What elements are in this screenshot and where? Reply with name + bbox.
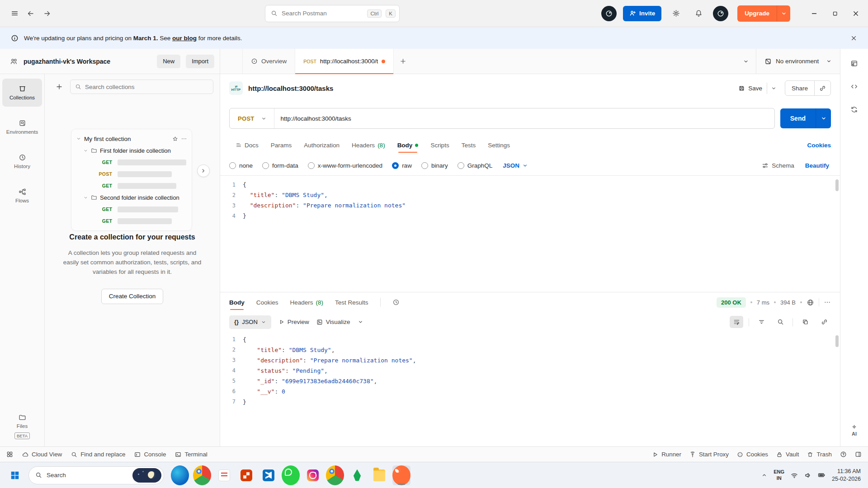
body-type-x-www-form-urlencoded[interactable]: x-www-form-urlencoded bbox=[308, 162, 382, 169]
copy-link-icon[interactable] bbox=[814, 81, 830, 95]
request-tab-body[interactable]: Body bbox=[397, 135, 419, 155]
user-avatar[interactable] bbox=[713, 6, 728, 21]
status-vault[interactable]: Vault bbox=[776, 451, 799, 458]
tab-list-chevron-icon[interactable] bbox=[736, 49, 756, 74]
menu-icon[interactable] bbox=[6, 5, 23, 22]
collections-search-input[interactable] bbox=[85, 84, 208, 90]
taskbar-app-edge-icon[interactable] bbox=[171, 465, 189, 485]
variables-icon[interactable] bbox=[850, 60, 858, 67]
filter-icon[interactable] bbox=[755, 316, 768, 328]
share-button[interactable]: Share bbox=[785, 81, 814, 95]
body-type-raw[interactable]: raw bbox=[392, 162, 412, 169]
status-trash[interactable]: Trash bbox=[807, 451, 832, 458]
taskbar-app-instagram-icon[interactable] bbox=[304, 465, 322, 485]
upgrade-button[interactable]: Upgrade bbox=[737, 5, 777, 22]
battery-icon[interactable] bbox=[818, 471, 826, 479]
body-type-none[interactable]: none bbox=[229, 162, 253, 169]
status-cloud-view[interactable]: Cloud View bbox=[22, 451, 62, 458]
response-link-icon[interactable] bbox=[817, 316, 831, 328]
back-icon[interactable] bbox=[23, 5, 39, 22]
request-tab-scripts[interactable]: Scripts bbox=[430, 135, 449, 155]
status-console[interactable]: Console bbox=[134, 451, 166, 458]
response-time[interactable]: 7 ms bbox=[757, 299, 769, 306]
rail-item-flows[interactable]: Flows bbox=[2, 182, 42, 210]
status-runner[interactable]: Runner bbox=[652, 451, 681, 458]
response-size[interactable]: 394 B bbox=[780, 299, 796, 306]
rail-item-files[interactable]: Files BETA bbox=[2, 412, 42, 440]
request-row[interactable]: GET bbox=[71, 203, 192, 215]
request-row[interactable]: GET bbox=[71, 156, 192, 168]
collection-row[interactable]: My first collection bbox=[71, 133, 192, 145]
schema-button[interactable]: Schema bbox=[762, 162, 794, 169]
taskbar-app-chrome-2-icon[interactable] bbox=[326, 465, 344, 485]
status-badge[interactable]: 200 OK bbox=[717, 297, 746, 308]
import-button[interactable]: Import bbox=[186, 55, 214, 68]
copy-response-icon[interactable] bbox=[798, 316, 812, 328]
body-type-graphql[interactable]: GraphQL bbox=[458, 162, 493, 169]
response-history-icon[interactable] bbox=[392, 299, 400, 306]
body-type-form-data[interactable]: form-data bbox=[262, 162, 298, 169]
method-dropdown[interactable]: POST bbox=[230, 108, 274, 128]
minimize-button[interactable] bbox=[804, 0, 825, 27]
toolbar-chevron-icon[interactable] bbox=[358, 319, 363, 325]
body-type-binary[interactable]: binary bbox=[421, 162, 448, 169]
code-icon[interactable] bbox=[850, 83, 858, 90]
request-title[interactable]: http://localhost:3000/tasks bbox=[248, 84, 333, 92]
taskbar-app-office-icon[interactable] bbox=[237, 465, 255, 485]
tray-chevron-up-icon[interactable] bbox=[761, 472, 767, 478]
search-response-icon[interactable] bbox=[774, 316, 787, 328]
request-row[interactable]: POST bbox=[71, 168, 192, 180]
expand-sidebar-chevron-icon[interactable] bbox=[197, 164, 210, 177]
maximize-button[interactable] bbox=[825, 0, 845, 27]
clock[interactable]: 11:36 AM 25-02-2026 bbox=[832, 468, 863, 483]
status-cookies[interactable]: Cookies bbox=[737, 451, 768, 458]
volume-icon[interactable] bbox=[804, 472, 811, 479]
response-tab-body[interactable]: Body bbox=[229, 292, 245, 313]
rail-item-environments[interactable]: Environments bbox=[2, 113, 42, 141]
response-more-options-icon[interactable] bbox=[824, 299, 831, 306]
taskbar-search[interactable]: Search bbox=[28, 466, 164, 484]
our-blog-link[interactable]: our blog bbox=[172, 35, 197, 42]
sync-icon[interactable] bbox=[850, 106, 858, 113]
invite-button[interactable]: Invite bbox=[623, 6, 661, 21]
response-tab-headers[interactable]: Headers (8) bbox=[290, 292, 324, 313]
beautify-button[interactable]: Beautify bbox=[805, 162, 829, 169]
star-icon[interactable] bbox=[172, 136, 178, 142]
status-find-and-replace[interactable]: Find and replace bbox=[71, 451, 125, 458]
request-tab-tests[interactable]: Tests bbox=[462, 135, 476, 155]
create-collection-button[interactable]: Create Collection bbox=[101, 289, 164, 304]
postman-account-icon[interactable] bbox=[601, 6, 617, 21]
add-collection-icon[interactable] bbox=[53, 80, 66, 93]
request-tab-settings[interactable]: Settings bbox=[488, 135, 510, 155]
language-indicator[interactable]: ENGIN bbox=[774, 469, 784, 481]
save-chevron-icon[interactable] bbox=[767, 83, 780, 94]
wrap-lines-icon[interactable] bbox=[730, 316, 743, 328]
raw-language-dropdown[interactable]: JSON bbox=[503, 162, 528, 169]
tab-overview[interactable]: Overview bbox=[242, 49, 295, 74]
banner-close-icon[interactable] bbox=[850, 35, 857, 42]
apps-grid-icon[interactable] bbox=[6, 451, 13, 458]
more-options-icon[interactable] bbox=[181, 136, 187, 142]
panel-toggle-icon[interactable] bbox=[855, 451, 862, 458]
workspace-name[interactable]: pugazhanthi-vk's Workspace bbox=[24, 58, 151, 65]
taskbar-app-vscode-icon[interactable] bbox=[259, 465, 278, 485]
network-globe-icon[interactable] bbox=[807, 299, 814, 306]
response-tab-cookies[interactable]: Cookies bbox=[256, 292, 278, 313]
help-icon[interactable] bbox=[840, 451, 847, 458]
cookies-link[interactable]: Cookies bbox=[807, 142, 831, 149]
rail-item-history[interactable]: History bbox=[2, 147, 42, 175]
tab-active-request[interactable]: POST http://localhost:3000/t bbox=[295, 49, 394, 74]
new-button[interactable]: New bbox=[157, 55, 180, 68]
request-tab-authorization[interactable]: Authorization bbox=[304, 135, 340, 155]
rail-item-collections[interactable]: Collections bbox=[2, 79, 42, 107]
taskbar-app-mongodb-icon[interactable] bbox=[348, 465, 366, 485]
request-row[interactable]: GET bbox=[71, 180, 192, 192]
taskbar-app-file-explorer-icon[interactable] bbox=[370, 465, 388, 485]
folder-row[interactable]: Second folder inside collection bbox=[71, 192, 192, 203]
new-tab-plus-icon[interactable] bbox=[394, 49, 412, 74]
response-tab-test-results[interactable]: Test Results bbox=[335, 292, 368, 313]
response-body-editor[interactable]: 1{2 "title": "DBMS Study",3 "description… bbox=[220, 332, 840, 447]
url-input[interactable] bbox=[274, 108, 774, 128]
visualize-button[interactable]: Visualize bbox=[316, 319, 350, 325]
wifi-icon[interactable] bbox=[791, 472, 798, 479]
